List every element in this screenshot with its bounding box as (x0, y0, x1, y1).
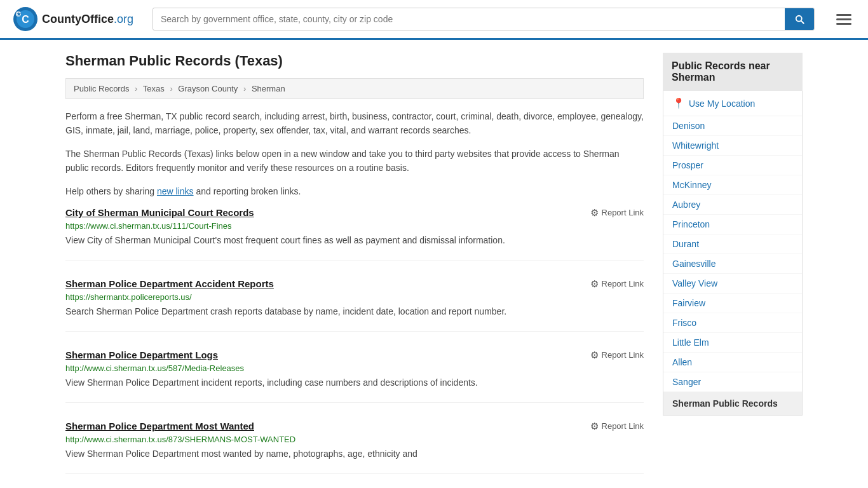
report-link-button[interactable]: ⚙ Report Link (590, 278, 644, 290)
report-link-button[interactable]: ⚙ Report Link (590, 349, 644, 361)
record-description: View Sherman Police Department incident … (65, 376, 644, 390)
sidebar-nearby-link[interactable]: Little Elm (663, 333, 802, 353)
menu-bar-2 (836, 18, 851, 20)
report-link-button[interactable]: ⚙ Report Link (590, 421, 644, 432)
sidebar: Public Records near Sherman 📍 Use My Loc… (663, 53, 803, 488)
use-my-location-item[interactable]: 📍 Use My Location (663, 91, 802, 116)
report-link-label: Report Link (602, 350, 644, 360)
report-link-button[interactable]: ⚙ Report Link (590, 207, 644, 219)
description-2: The Sherman Public Records (Texas) links… (65, 147, 644, 175)
breadcrumb: Public Records › Texas › Grayson County … (65, 78, 644, 99)
record-url-link[interactable]: http://www.ci.sherman.tx.us/587/Media-Re… (65, 363, 644, 373)
sidebar-nearby-link[interactable]: Frisco (663, 313, 802, 333)
record-entry: Sherman Police Department Most Wanted ⚙ … (65, 421, 644, 474)
search-icon (794, 13, 805, 25)
record-title-link[interactable]: Sherman Police Department Most Wanted (65, 421, 254, 431)
breadcrumb-public-records[interactable]: Public Records (74, 84, 129, 93)
record-description: View City of Sherman Municipal Court's m… (65, 234, 644, 247)
search-area (153, 8, 815, 30)
svg-text:★: ★ (17, 11, 22, 17)
sidebar-title: Public Records near Sherman (663, 53, 803, 91)
record-entry: Sherman Police Department Accident Repor… (65, 278, 644, 332)
record-entry: Sherman Police Department Logs ⚙ Report … (65, 349, 644, 403)
record-entry: City of Sherman Municipal Court Records … (65, 207, 644, 261)
search-button[interactable] (785, 8, 814, 30)
report-link-icon: ⚙ (590, 349, 599, 361)
logo-icon: C ★ (13, 6, 38, 32)
record-url-link[interactable]: https://shermantx.policereports.us/ (65, 292, 644, 302)
new-links-link[interactable]: new links (157, 186, 194, 196)
menu-bar-3 (836, 23, 851, 25)
record-title-row: Sherman Police Department Accident Repor… (65, 278, 644, 290)
menu-bar-1 (836, 14, 851, 16)
location-pin-icon: 📍 (672, 97, 685, 109)
main-container: Sherman Public Records (Texas) Public Re… (53, 40, 815, 488)
report-link-icon: ⚙ (590, 278, 599, 290)
record-url-link[interactable]: https://www.ci.sherman.tx.us/111/Court-F… (65, 221, 644, 231)
sidebar-nearby-link[interactable]: McKinney (663, 175, 802, 195)
report-link-label: Report Link (602, 208, 644, 217)
site-header: C ★ CountyOffice.org (0, 0, 868, 40)
sidebar-nearby-link[interactable]: Gainesville (663, 254, 802, 274)
use-location-label: Use My Location (689, 98, 755, 109)
sidebar-content: 📍 Use My Location DenisonWhitewrightPros… (663, 91, 803, 416)
record-title-row: City of Sherman Municipal Court Records … (65, 207, 644, 219)
breadcrumb-grayson-county[interactable]: Grayson County (178, 84, 238, 93)
sidebar-nearby-link[interactable]: Prosper (663, 156, 802, 175)
breadcrumb-sep-1: › (135, 84, 137, 93)
sidebar-nearby-link[interactable]: Whitewright (663, 136, 802, 156)
record-title-row: Sherman Police Department Most Wanted ⚙ … (65, 421, 644, 432)
sidebar-nearby-link[interactable]: Fairview (663, 294, 802, 313)
sidebar-nearby-link[interactable]: Denison (663, 116, 802, 136)
description-3-pre: Help others by sharing (65, 186, 157, 196)
sidebar-links: DenisonWhitewrightProsperMcKinneyAubreyP… (663, 116, 802, 392)
hamburger-menu-button[interactable] (832, 10, 855, 29)
sidebar-nearby-link[interactable]: Valley View (663, 274, 802, 294)
record-title-link[interactable]: Sherman Police Department Accident Repor… (65, 278, 274, 289)
sidebar-nearby-link[interactable]: Allen (663, 353, 802, 372)
description-3: Help others by sharing new links and rep… (65, 184, 644, 198)
page-title: Sherman Public Records (Texas) (65, 53, 644, 69)
report-link-icon: ⚙ (590, 207, 599, 219)
records-list: City of Sherman Municipal Court Records … (65, 207, 644, 474)
description-1: Perform a free Sherman, TX public record… (65, 109, 644, 138)
sidebar-bottom-label: Sherman Public Records (663, 392, 802, 415)
report-link-icon: ⚙ (590, 421, 599, 432)
breadcrumb-sep-3: › (243, 84, 246, 93)
sidebar-nearby-link[interactable]: Durant (663, 234, 802, 254)
record-description: View Sherman Police Department most want… (65, 447, 644, 461)
record-description: Search Sherman Police Department crash r… (65, 305, 644, 318)
breadcrumb-sherman: Sherman (252, 84, 285, 93)
logo-text: CountyOffice.org (42, 13, 133, 26)
record-title-link[interactable]: Sherman Police Department Logs (65, 349, 218, 360)
breadcrumb-texas[interactable]: Texas (143, 84, 165, 93)
breadcrumb-sep-2: › (170, 84, 172, 93)
search-input[interactable] (153, 9, 785, 29)
report-link-label: Report Link (602, 279, 644, 288)
logo-area: C ★ CountyOffice.org (13, 6, 140, 32)
record-title-link[interactable]: City of Sherman Municipal Court Records (65, 207, 254, 218)
report-link-label: Report Link (602, 421, 644, 431)
record-url-link[interactable]: http://www.ci.sherman.tx.us/873/SHERMANS… (65, 435, 644, 444)
svg-text:C: C (22, 14, 29, 25)
sidebar-nearby-link[interactable]: Princeton (663, 215, 802, 234)
sidebar-nearby-link[interactable]: Sanger (663, 372, 802, 392)
record-title-row: Sherman Police Department Logs ⚙ Report … (65, 349, 644, 361)
sidebar-nearby-link[interactable]: Aubrey (663, 195, 802, 215)
description-3-post: and reporting broken links. (194, 186, 301, 196)
content-area: Sherman Public Records (Texas) Public Re… (65, 53, 644, 488)
